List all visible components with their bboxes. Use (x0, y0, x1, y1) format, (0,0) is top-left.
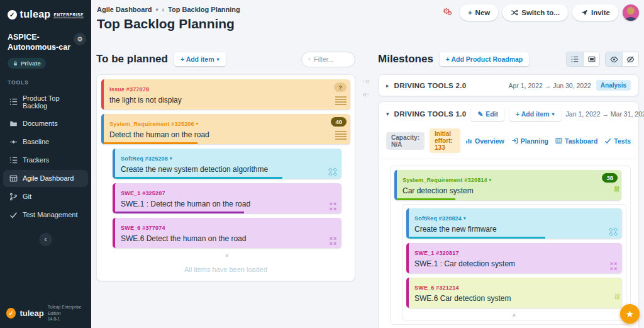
children-collapse-caret[interactable]: ˄ (406, 312, 622, 319)
pattern-waves-icon: ≋ (612, 185, 621, 193)
breadcrumb-separator-icon: › (162, 6, 164, 13)
caret-down-icon: ▾ (170, 156, 172, 161)
card-tracker-link[interactable]: SWE_6 #377074 (121, 225, 165, 231)
list-icon (9, 98, 18, 106)
sidebar-item-label: Trackers (23, 156, 49, 164)
backlog-child-card[interactable]: SoftReq #325208 ▾ Create the new system … (113, 149, 341, 179)
pattern-dots-icon: ◇◇◇◇ (327, 167, 339, 176)
capacity-badge: Capacity: N/A (386, 132, 425, 150)
sidebar: ✓ tuleap ENTERPRISE ASPICE-Autonomous-ca… (0, 0, 91, 328)
tuleap-logo-icon: ✓ (8, 10, 17, 20)
tuleap-logo[interactable]: ✓ tuleap ENTERPRISE (0, 0, 91, 23)
initial-effort-badge: Initial effort: 133 (430, 128, 460, 153)
feedback-star-button[interactable]: ★ (620, 304, 640, 324)
sign-in-icon (511, 137, 518, 144)
site-admin-button[interactable]: ⚙ ⚙ (443, 6, 455, 19)
breadcrumb-top-backlog-planning[interactable]: Top Backlog Planning (168, 6, 240, 13)
sidebar-item-documents[interactable]: Documents (3, 115, 88, 132)
topbar-actions: ⚙ ⚙ + New Switch to... Invite (443, 4, 639, 21)
chevron-left-icon: ‹ (45, 235, 47, 244)
logo-text: tuleap (20, 9, 51, 20)
filter-input[interactable] (314, 55, 348, 63)
filter-field[interactable] (301, 52, 355, 67)
backlog-card[interactable]: System_Requirement #325206 ▾ Detect the … (101, 114, 350, 144)
milestone-add-item-button[interactable]: + Add item ▾ (509, 107, 561, 121)
gear-icon: ⚙ (447, 10, 452, 16)
sidebar-item-git[interactable]: Git (3, 188, 88, 205)
caret-down-icon: ▾ (155, 7, 158, 13)
chart-icon (465, 137, 472, 144)
card-tracker-link[interactable]: SWE_1 #325207 (121, 190, 165, 196)
show-closed-button[interactable] (606, 52, 622, 66)
milestone-card[interactable]: System_Requirement #320814 ▾ Car detecti… (394, 170, 621, 200)
project-settings-button[interactable]: ⚙ (74, 33, 86, 45)
invite-button[interactable]: Invite (572, 4, 618, 21)
lock-icon (13, 60, 18, 67)
card-title: SWE.1 : Detect the human on the road (121, 200, 323, 208)
card-tracker-link[interactable]: SWE_6 #321214 (414, 285, 459, 291)
paper-plane-icon (580, 9, 588, 16)
sidebar-item-product-top-backlog[interactable]: Product Top Backlog (3, 90, 88, 114)
milestone-child-card[interactable]: SoftReq #320824 ▾ Create the new firmwar… (406, 208, 622, 239)
effort-badge: 40 (331, 117, 347, 127)
sidebar-item-test-management[interactable]: Test Management (3, 206, 88, 223)
plus-icon: + (468, 9, 472, 16)
milestone-dates: Jan 1, 2022 → Mar 31, 2022 (566, 110, 644, 118)
overview-link[interactable]: Overview (465, 137, 504, 145)
milestone-name: DRIVING TOOLS 1.0 (394, 110, 467, 118)
pencil-icon: ✎ (477, 110, 483, 118)
taskboard-icon (555, 137, 562, 144)
milestone-edit-button[interactable]: ✎ Edit (471, 107, 504, 121)
milestone-header[interactable]: ▸ DRIVING TOOLS 2.0 Apr 1, 2022 → Jun 30… (379, 75, 638, 96)
progress-bar (104, 142, 197, 144)
user-avatar[interactable] (623, 4, 639, 21)
milestone-child-card[interactable]: SWE_6 #321214 SWE.6 Car detection system… (406, 278, 622, 308)
eye-icon (610, 55, 618, 64)
sidebar-item-agile-dashboard[interactable]: Agile Dashboard (3, 170, 88, 187)
milestone-card-group: System_Requirement #320814 ▾ Car detecti… (390, 166, 631, 325)
card-tracker-link[interactable]: SWE_1 #320817 (414, 250, 459, 256)
new-button[interactable]: + New (460, 4, 498, 21)
milestone-collapsed: ▸ DRIVING TOOLS 2.0 Apr 1, 2022 → Jun 30… (378, 74, 639, 96)
progress-bar (115, 212, 244, 213)
switch-to-button[interactable]: Switch to... (502, 4, 568, 21)
card-tracker-link[interactable]: System_Requirement #320814 ▾ (402, 177, 492, 183)
card-title: the light is not display (109, 96, 331, 105)
list-view-button[interactable] (567, 52, 583, 66)
card-tracker-link[interactable]: Issue #377078 (109, 86, 149, 93)
milestones-title: Milestones (378, 53, 433, 65)
hide-closed-button[interactable] (622, 52, 638, 66)
sidebar-item-trackers[interactable]: Trackers (3, 152, 88, 169)
git-branch-icon (9, 193, 18, 201)
milestone-dates: Apr 1, 2022 → Jun 30, 2022 (509, 82, 591, 89)
backlog-card[interactable]: Issue #377078 the light is not display ? (101, 79, 350, 110)
taskboard-link[interactable]: Taskboard (555, 137, 597, 145)
planning-link[interactable]: Planning (511, 137, 548, 145)
card-view-button[interactable] (583, 52, 599, 66)
backlog-add-item-button[interactable]: + Add item ▾ (174, 52, 226, 66)
progress-bar (409, 237, 545, 239)
sidebar-collapse-button[interactable]: ‹ (39, 233, 52, 246)
sidebar-item-label: Baseline (23, 138, 49, 145)
backlog-child-card[interactable]: SWE_6 #377074 SWE.6 Detect the human on … (113, 218, 341, 248)
sidebar-item-label: Test Management (23, 211, 77, 218)
milestone-content: System_Requirement #320814 ▾ Car detecti… (379, 159, 638, 328)
tests-link[interactable]: Tests (604, 137, 631, 145)
card-tracker-link[interactable]: System_Requirement #325206 ▾ (109, 121, 199, 127)
add-product-roadmap-button[interactable]: + Add Product Roadmap (440, 52, 529, 66)
sidebar-item-baseline[interactable]: Baseline (3, 133, 88, 150)
card-tracker-link[interactable]: SoftReq #325208 ▾ (121, 156, 172, 162)
progress-bar (397, 198, 455, 200)
card-tracker-link[interactable]: SoftReq #320824 ▾ (414, 215, 466, 222)
backlog-child-card[interactable]: SWE_1 #325207 SWE.1 : Detect the human o… (113, 183, 341, 213)
pattern-waves-icon: ≋ (613, 293, 622, 300)
privacy-badge: Private (8, 58, 46, 69)
milestone-header[interactable]: ▾ DRIVING TOOLS 1.0 ✎ Edit + Add item ▾ … (379, 102, 638, 126)
card-title: SWE.6 Detect the human on the road (121, 234, 323, 243)
baseline-icon (9, 138, 18, 146)
pattern-cross-icon: ×××× (328, 201, 339, 212)
milestone-child-card[interactable]: SWE_1 #320817 SWE.1 : Car detection syst… (406, 243, 622, 273)
children-collapse-caret[interactable]: ˅ (113, 252, 341, 259)
list-view-icon (571, 55, 579, 63)
breadcrumb-agile-dashboard[interactable]: Agile Dashboard (97, 6, 152, 13)
